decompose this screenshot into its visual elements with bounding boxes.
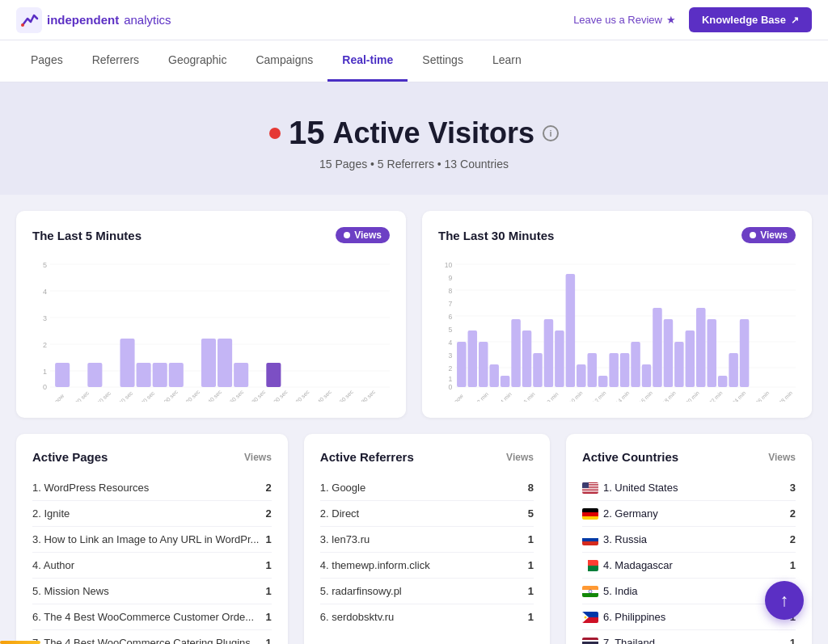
svg-text:-120 sec: -120 sec <box>181 389 201 402</box>
nav: Pages Referrers Geographic Campaigns Rea… <box>0 40 828 82</box>
list-item: 4. Author 1 <box>32 553 272 579</box>
svg-rect-109 <box>582 534 598 538</box>
active-referrers-card: Active Referrers Views 1. Google 8 2. Di… <box>304 434 550 644</box>
leave-review-link[interactable]: Leave us a Review ★ <box>573 14 676 26</box>
svg-rect-104 <box>582 491 598 492</box>
list-item: 7. Thailand 1 <box>582 630 796 644</box>
tables-row: Active Pages Views 1. WordPress Resource… <box>16 434 812 644</box>
svg-rect-117 <box>582 593 598 597</box>
svg-text:-80 sec: -80 sec <box>138 389 156 402</box>
country-de-views: 2 <box>790 507 796 520</box>
list-item: 7. The 4 Best WooCommerce Catering Plugi… <box>32 630 272 644</box>
referrer-2: 2. Direct <box>320 507 522 520</box>
page-views-1: 2 <box>266 482 272 494</box>
svg-rect-124 <box>582 640 598 642</box>
page-views-2: 2 <box>266 507 272 520</box>
nav-item-referrers[interactable]: Referrers <box>78 40 154 82</box>
page-rank-7: 7. The 4 Best WooCommerce Catering Plugi… <box>32 637 260 644</box>
page-rank-2: 2. Ignite <box>32 507 260 520</box>
active-referrers-header: Active Referrers Views <box>320 450 534 464</box>
svg-text:4: 4 <box>43 288 47 296</box>
svg-text:-180 sec: -180 sec <box>247 389 266 402</box>
svg-text:-200 sec: -200 sec <box>269 389 289 402</box>
list-item: 1. Google 8 <box>320 475 534 501</box>
list-item: 1. United States 3 <box>582 475 796 501</box>
active-countries-title: Active Countries <box>582 450 678 464</box>
nav-item-settings[interactable]: Settings <box>408 40 478 82</box>
list-item: 2. Germany 2 <box>582 501 796 527</box>
flag-th <box>582 638 598 645</box>
svg-point-1 <box>21 23 24 27</box>
nav-item-realtime[interactable]: Real-time <box>327 40 408 82</box>
leave-review-label: Leave us a Review <box>573 14 662 26</box>
svg-text:-260 sec: -260 sec <box>335 389 354 402</box>
nav-item-learn[interactable]: Learn <box>478 40 536 82</box>
country-row-de: 2. Germany <box>582 507 790 520</box>
country-mg-label: 4. Madagascar <box>603 559 673 571</box>
active-pages-header: Active Pages Views <box>32 450 272 464</box>
list-item: 1. WordPress Resources 2 <box>32 475 272 501</box>
page-views-6: 1 <box>266 611 272 623</box>
nav-item-pages[interactable]: Pages <box>16 40 78 82</box>
list-item: 2. Direct 5 <box>320 501 534 527</box>
svg-text:-22 min: -22 min <box>707 389 724 402</box>
svg-rect-56 <box>457 342 467 387</box>
svg-text:2: 2 <box>448 364 452 373</box>
header-actions: Leave us a Review ★ Knowledge Base ↗ <box>573 7 812 32</box>
svg-text:2: 2 <box>43 341 47 349</box>
svg-rect-112 <box>582 560 588 571</box>
chart-left-card: The Last 5 Minutes Views 5 4 3 2 1 0 <box>16 211 406 418</box>
hero-section: 15 Active Visitors i 15 Pages • 5 Referr… <box>0 82 828 195</box>
header: independent analytics Leave us a Review … <box>0 0 828 40</box>
charts-row: The Last 5 Minutes Views 5 4 3 2 1 0 <box>16 211 812 418</box>
country-ru-label: 3. Russia <box>603 533 647 545</box>
svg-text:-10 min: -10 min <box>567 389 584 402</box>
nav-item-campaigns[interactable]: Campaigns <box>241 40 327 82</box>
svg-rect-79 <box>707 319 716 387</box>
chart-right-title: The Last 30 Minutes <box>438 229 554 242</box>
scroll-to-top-button[interactable]: ↑ <box>765 581 804 620</box>
svg-rect-19 <box>169 363 184 387</box>
svg-rect-125 <box>582 642 598 645</box>
page-rank-4: 4. Author <box>32 559 260 571</box>
svg-rect-64 <box>544 319 554 387</box>
svg-rect-70 <box>609 353 619 387</box>
svg-text:-16 min: -16 min <box>636 389 653 402</box>
svg-text:-240 sec: -240 sec <box>313 389 332 402</box>
country-mg-views: 1 <box>790 559 796 571</box>
info-icon[interactable]: i <box>543 125 559 141</box>
chart-left-area: 5 4 3 2 1 0 <box>32 256 390 402</box>
active-visitors-row: 15 Active Visitors i <box>16 115 812 151</box>
svg-rect-20 <box>201 339 216 387</box>
referrer-6: 6. serdobsktv.ru <box>320 611 522 623</box>
svg-point-122 <box>584 616 586 618</box>
svg-text:6: 6 <box>448 313 452 321</box>
active-pages-title: Active Pages <box>32 450 108 464</box>
svg-rect-67 <box>577 364 586 387</box>
active-pages-list: 1. WordPress Resources 2 2. Ignite 2 3. … <box>32 475 272 644</box>
progress-bar <box>0 641 40 644</box>
external-link-icon: ↗ <box>791 15 799 26</box>
svg-rect-107 <box>582 512 598 516</box>
svg-text:0: 0 <box>448 383 452 391</box>
flag-us <box>582 482 598 494</box>
svg-rect-103 <box>582 490 598 490</box>
chart-left-title: The Last 5 Minutes <box>32 229 142 242</box>
flag-in <box>582 586 598 597</box>
country-row-ph: 6. Philippines <box>582 611 790 623</box>
svg-rect-62 <box>522 330 532 387</box>
page-rank-3: 3. How to Link an Image to Any URL in Wo… <box>32 533 260 545</box>
list-item: 3. How to Link an Image to Any URL in Wo… <box>32 527 272 553</box>
svg-rect-105 <box>582 482 589 488</box>
svg-rect-80 <box>718 376 728 387</box>
logo[interactable]: independent analytics <box>16 7 171 33</box>
chart-right-svg: 10 9 8 7 6 5 4 3 2 1 0 <box>438 256 796 402</box>
country-row-us: 1. United States <box>582 482 790 494</box>
svg-text:-28 min: -28 min <box>776 389 793 402</box>
active-count: 15 <box>289 115 325 151</box>
knowledge-base-button[interactable]: Knowledge Base ↗ <box>689 7 812 32</box>
svg-text:5: 5 <box>448 326 452 334</box>
svg-text:-20 sec: -20 sec <box>73 389 91 402</box>
live-dot <box>269 128 281 139</box>
nav-item-geographic[interactable]: Geographic <box>154 40 241 82</box>
